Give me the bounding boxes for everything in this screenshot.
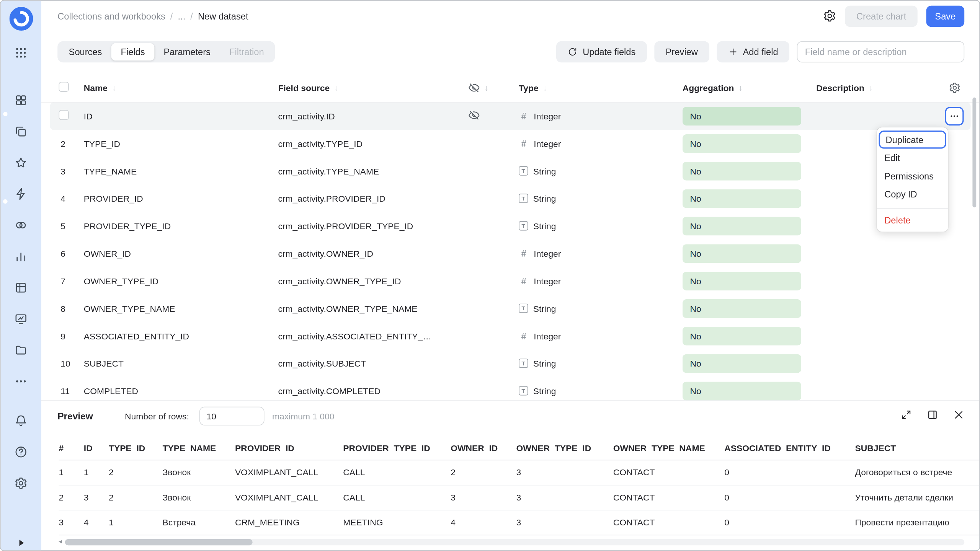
add-field-button[interactable]: Add field xyxy=(717,41,789,62)
plus-icon xyxy=(728,47,738,57)
tiles-icon[interactable] xyxy=(14,93,28,107)
aggregation-select[interactable]: No xyxy=(683,299,801,318)
field-row[interactable]: 1 ID crm_activity.ID # Integer No xyxy=(50,102,971,130)
column-header-description[interactable]: Description↓ xyxy=(816,83,938,93)
preview-cell: CRM_MEETING xyxy=(235,518,343,528)
sidebar-settings-gear-icon[interactable] xyxy=(14,476,28,490)
aggregation-select[interactable]: No xyxy=(683,381,801,400)
aggregation-select[interactable]: No xyxy=(683,271,801,290)
preview-row: 112ЗвонокVOXIMPLANT_CALLCALL23CONTACT0До… xyxy=(59,460,979,485)
field-row[interactable]: 10 SUBJECT crm_activity.SUBJECT T String… xyxy=(50,350,971,377)
connections-lightning-icon[interactable] xyxy=(14,187,28,201)
type-label: Integer xyxy=(534,276,561,286)
rows-count-input[interactable] xyxy=(200,407,265,425)
field-row[interactable]: 8 OWNER_TYPE_NAME crm_activity.OWNER_TYP… xyxy=(50,295,971,322)
aggregation-select[interactable]: No xyxy=(683,217,801,235)
hidden-eye-icon xyxy=(468,113,480,123)
horizontal-scrollbar-thumb[interactable] xyxy=(65,539,253,545)
aggregation-select[interactable]: No xyxy=(683,244,801,263)
preview-cell: 2 xyxy=(451,468,516,478)
tab-fields[interactable]: Fields xyxy=(111,43,154,60)
breadcrumb-root[interactable]: Collections and workbooks xyxy=(57,11,165,21)
column-header-aggregation[interactable]: Aggregation↓ xyxy=(683,83,816,93)
tables-grid-icon[interactable] xyxy=(14,280,28,294)
hidden-eye-icon xyxy=(468,82,480,94)
select-all-checkbox[interactable] xyxy=(59,82,69,91)
header-settings-gear-icon[interactable] xyxy=(823,10,836,23)
menu-item-delete[interactable]: Delete xyxy=(877,211,948,229)
field-row[interactable]: 4 PROVIDER_ID crm_activity.PROVIDER_ID T… xyxy=(50,185,971,212)
row-menu-button[interactable] xyxy=(945,106,964,125)
close-preview-icon[interactable] xyxy=(953,409,964,423)
tab-filtration[interactable]: Filtration xyxy=(220,43,273,60)
row-context-menu: DuplicateEditPermissionsCopy IDDelete xyxy=(877,127,948,232)
aggregation-select[interactable]: No xyxy=(683,354,801,373)
field-row[interactable]: 9 ASSOCIATED_ENTITY_ID crm_activity.ASSO… xyxy=(50,322,971,350)
more-ellipsis-icon[interactable] xyxy=(14,374,28,388)
row-number: 4 xyxy=(57,193,65,203)
field-row[interactable]: 11 COMPLETED crm_activity.COMPLETED T St… xyxy=(50,377,971,400)
preview-header: Preview Number of rows: maximum 1 000 xyxy=(41,401,980,431)
tab-sources[interactable]: Sources xyxy=(59,43,111,60)
field-row[interactable]: 5 PROVIDER_TYPE_ID crm_activity.PROVIDER… xyxy=(50,212,971,240)
vertical-scrollbar-thumb[interactable] xyxy=(972,98,976,207)
notifications-bell-icon[interactable] xyxy=(14,414,28,427)
preview-cell: 3 xyxy=(451,492,516,502)
create-chart-button[interactable]: Create chart xyxy=(845,6,918,27)
field-search-input[interactable] xyxy=(797,41,965,62)
field-row[interactable]: 7 OWNER_TYPE_ID crm_activity.OWNER_TYPE_… xyxy=(50,267,971,295)
horizontal-scrollbar-track[interactable] xyxy=(65,539,964,545)
columns-settings-gear-icon[interactable] xyxy=(949,82,960,94)
type-label: String xyxy=(533,386,556,396)
update-fields-button[interactable]: Update fields xyxy=(557,41,647,62)
preview-cell: 2 xyxy=(109,468,162,478)
field-row[interactable]: 3 TYPE_NAME crm_activity.TYPE_NAME T Str… xyxy=(50,157,971,185)
menu-item-duplicate[interactable]: Duplicate xyxy=(879,130,946,148)
menu-item-permissions[interactable]: Permissions xyxy=(877,167,948,185)
type-label: Integer xyxy=(534,331,561,341)
expand-sidebar-icon[interactable] xyxy=(16,538,25,546)
preview-cell: Провести презентацию xyxy=(855,518,979,528)
aggregation-select[interactable]: No xyxy=(683,189,801,208)
tab-parameters[interactable]: Parameters xyxy=(154,43,220,60)
help-icon[interactable] xyxy=(14,445,28,458)
aggregation-select[interactable]: No xyxy=(683,106,801,125)
column-header-name[interactable]: Name↓ xyxy=(84,83,278,93)
expand-preview-icon[interactable] xyxy=(901,409,912,423)
field-row[interactable]: 2 TYPE_ID crm_activity.TYPE_ID # Integer… xyxy=(50,130,971,157)
scroll-left-icon[interactable]: ◄ xyxy=(57,540,64,545)
breadcrumb-collapsed[interactable]: ... xyxy=(178,11,186,21)
sidebar-nav xyxy=(14,93,28,388)
projects-folder-icon[interactable] xyxy=(14,343,28,357)
apps-grid-icon[interactable] xyxy=(14,46,28,59)
preview-row: 341ВстречаCRM_MEETINGMEETING43CONTACT0Пр… xyxy=(59,510,979,535)
datasets-rings-icon[interactable] xyxy=(14,218,28,232)
charts-bar-icon[interactable] xyxy=(14,249,28,263)
aggregation-select[interactable]: No xyxy=(683,134,801,153)
preview-cell: 3 xyxy=(59,518,83,528)
dashboards-monitor-icon[interactable] xyxy=(14,312,28,326)
breadcrumb-current: New dataset xyxy=(198,11,248,21)
split-view-icon[interactable] xyxy=(927,409,938,423)
preview-button[interactable]: Preview xyxy=(654,41,709,62)
breadcrumb-separator: / xyxy=(190,11,193,21)
preview-header-cell: OWNER_TYPE_ID xyxy=(516,443,613,453)
column-header-hidden[interactable]: ↓ xyxy=(459,82,519,94)
preview-header-cell: PROVIDER_TYPE_ID xyxy=(343,443,451,453)
datalens-logo-icon[interactable] xyxy=(9,7,33,31)
preview-header-cell: TYPE_NAME xyxy=(162,443,235,453)
column-header-field-source[interactable]: Field source↓ xyxy=(278,83,459,93)
menu-item-copy-id[interactable]: Copy ID xyxy=(877,185,948,203)
menu-item-edit[interactable]: Edit xyxy=(877,149,948,167)
field-row[interactable]: 6 OWNER_ID crm_activity.OWNER_ID # Integ… xyxy=(50,240,971,267)
column-header-type[interactable]: Type↓ xyxy=(519,83,683,93)
favorites-star-icon[interactable] xyxy=(14,156,28,170)
save-button[interactable]: Save xyxy=(926,6,964,27)
row-checkbox[interactable] xyxy=(59,110,69,120)
aggregation-select[interactable]: No xyxy=(683,326,801,345)
aggregation-select[interactable]: No xyxy=(683,161,801,180)
collections-icon[interactable] xyxy=(14,124,28,138)
field-source: crm_activity.ASSOCIATED_ENTITY_… xyxy=(278,331,459,341)
preview-cell: Договориться о встрече xyxy=(855,468,979,478)
field-source: crm_activity.TYPE_ID xyxy=(278,139,459,148)
